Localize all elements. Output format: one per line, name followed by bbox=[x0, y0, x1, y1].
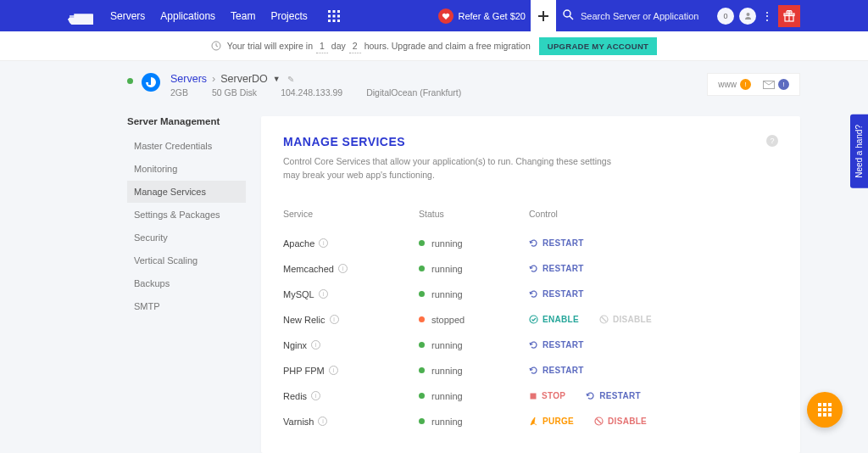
mail-pill[interactable]: ! bbox=[763, 79, 789, 90]
help-side-tab[interactable]: Need a hand? bbox=[850, 115, 868, 188]
svg-rect-26 bbox=[823, 413, 826, 417]
service-status: running bbox=[419, 264, 529, 274]
server-status-dot bbox=[127, 78, 133, 84]
spec-item: 50 GB Disk bbox=[212, 87, 257, 98]
trial-prefix: Your trial will expire in bbox=[227, 41, 313, 51]
trial-bar: Your trial will expire in 1 day 2 hours.… bbox=[0, 31, 868, 61]
service-status: running bbox=[419, 289, 529, 299]
svg-point-9 bbox=[564, 10, 570, 17]
user-avatar-icon[interactable] bbox=[739, 8, 756, 25]
help-icon[interactable]: ? bbox=[766, 135, 778, 147]
breadcrumb-server-name: ServerDO bbox=[220, 73, 268, 85]
more-menu-icon[interactable]: ⋮ bbox=[761, 9, 773, 23]
sidebar-item[interactable]: Backups bbox=[127, 272, 246, 294]
info-icon[interactable]: i bbox=[318, 417, 327, 426]
broom-icon bbox=[529, 417, 538, 426]
control-restart[interactable]: RESTART bbox=[529, 264, 584, 273]
spec-item: DigitalOcean (Frankfurt) bbox=[366, 87, 461, 98]
chat-fab[interactable] bbox=[807, 392, 843, 428]
control-purge[interactable]: PURGE bbox=[529, 417, 574, 426]
svg-rect-4 bbox=[332, 14, 335, 17]
www-badge: ! bbox=[740, 79, 751, 90]
svg-rect-0 bbox=[328, 10, 331, 13]
service-row: MySQLirunningRESTART bbox=[283, 282, 778, 307]
service-controls: RESTART bbox=[529, 340, 778, 350]
nav-projects[interactable]: Projects bbox=[270, 10, 307, 22]
info-icon[interactable]: i bbox=[319, 238, 328, 248]
info-icon[interactable]: i bbox=[329, 366, 338, 375]
sidebar: Server Management Master CredentialsMoni… bbox=[127, 116, 246, 453]
sidebar-item[interactable]: SMTP bbox=[127, 295, 246, 317]
info-icon[interactable]: i bbox=[338, 264, 348, 273]
add-button[interactable] bbox=[531, 0, 556, 31]
svg-rect-7 bbox=[332, 20, 335, 22]
refresh-icon bbox=[529, 340, 538, 350]
ban-icon bbox=[594, 417, 604, 426]
info-icon[interactable]: i bbox=[311, 340, 320, 350]
refresh-icon bbox=[529, 264, 538, 273]
sidebar-item[interactable]: Security bbox=[127, 226, 246, 249]
ban-icon bbox=[599, 315, 609, 324]
service-status: running bbox=[419, 417, 529, 427]
svg-rect-5 bbox=[337, 14, 340, 17]
control-stop[interactable]: STOP bbox=[529, 391, 565, 400]
control-disable[interactable]: DISABLE bbox=[599, 315, 652, 324]
refer-link[interactable]: Refer & Get $20 bbox=[438, 8, 526, 24]
service-name: PHP FPMi bbox=[283, 366, 419, 376]
svg-rect-23 bbox=[823, 408, 826, 411]
svg-rect-22 bbox=[818, 408, 821, 411]
service-name: MySQLi bbox=[283, 289, 419, 299]
info-icon[interactable]: i bbox=[311, 391, 320, 400]
service-name: Memcachedi bbox=[283, 264, 419, 274]
edit-icon[interactable]: ✎ bbox=[287, 75, 294, 84]
service-name: Nginxi bbox=[283, 340, 419, 350]
sidebar-item[interactable]: Vertical Scaling bbox=[127, 249, 246, 271]
apps-grid-icon[interactable] bbox=[328, 10, 340, 22]
service-status: running bbox=[419, 238, 529, 249]
trial-day-label: day bbox=[331, 41, 346, 51]
svg-point-15 bbox=[530, 316, 537, 323]
sidebar-item[interactable]: Settings & Packages bbox=[127, 204, 246, 226]
logo[interactable] bbox=[68, 8, 93, 25]
service-name: New Relici bbox=[283, 315, 419, 325]
manage-services-panel: ? MANAGE SERVICES Control Core Services … bbox=[261, 116, 800, 453]
search-input[interactable] bbox=[581, 11, 712, 21]
control-disable[interactable]: DISABLE bbox=[594, 417, 647, 426]
svg-rect-6 bbox=[328, 20, 331, 22]
svg-rect-8 bbox=[337, 20, 340, 22]
server-pills: www! ! bbox=[707, 73, 800, 96]
control-restart[interactable]: RESTART bbox=[529, 238, 584, 248]
service-row: PHP FPMirunningRESTART bbox=[283, 358, 778, 383]
control-restart[interactable]: RESTART bbox=[529, 289, 584, 299]
service-controls: RESTART bbox=[529, 264, 778, 273]
control-enable[interactable]: ENABLE bbox=[529, 315, 579, 324]
nav-applications[interactable]: Applications bbox=[160, 10, 215, 22]
service-row: MemcachedirunningRESTART bbox=[283, 256, 778, 282]
svg-rect-21 bbox=[828, 403, 832, 406]
stop-icon bbox=[529, 392, 537, 400]
service-row: New RelicistoppedENABLEDISABLE bbox=[283, 307, 778, 333]
nav-servers[interactable]: Servers bbox=[110, 10, 145, 22]
control-restart[interactable]: RESTART bbox=[586, 391, 641, 400]
gift-icon[interactable] bbox=[778, 5, 800, 27]
spec-item: 104.248.133.99 bbox=[281, 87, 342, 98]
caret-down-icon[interactable]: ▼ bbox=[273, 75, 281, 83]
refresh-icon bbox=[529, 289, 538, 299]
www-pill[interactable]: www! bbox=[718, 79, 751, 90]
chevron-right-icon: › bbox=[212, 73, 215, 85]
service-row: VarnishirunningPURGEDISABLE bbox=[283, 409, 778, 434]
breadcrumb-servers[interactable]: Servers bbox=[170, 73, 207, 85]
svg-rect-1 bbox=[332, 10, 335, 13]
sidebar-item[interactable]: Monitoring bbox=[127, 158, 246, 180]
svg-rect-24 bbox=[828, 408, 832, 411]
control-restart[interactable]: RESTART bbox=[529, 340, 584, 350]
info-icon[interactable]: i bbox=[330, 315, 339, 324]
control-restart[interactable]: RESTART bbox=[529, 366, 584, 375]
notification-badge[interactable]: 0 bbox=[717, 8, 734, 25]
info-icon[interactable]: i bbox=[319, 289, 328, 299]
sidebar-item[interactable]: Master Credentials bbox=[127, 135, 246, 157]
upgrade-button[interactable]: UPGRADE MY ACCOUNT bbox=[539, 37, 657, 55]
refer-label: Refer & Get $20 bbox=[459, 11, 526, 21]
nav-team[interactable]: Team bbox=[231, 10, 255, 22]
sidebar-item[interactable]: Manage Services bbox=[127, 181, 246, 203]
